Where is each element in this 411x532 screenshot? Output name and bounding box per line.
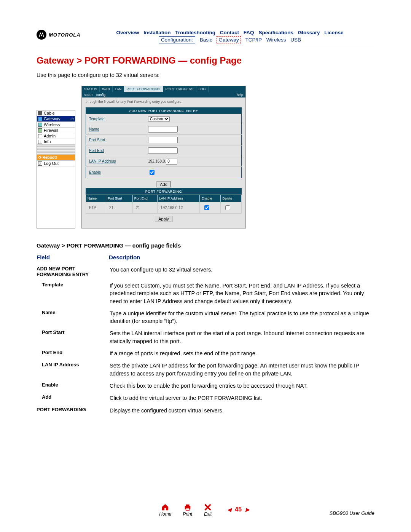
tab-portfwd[interactable]: PORT FORWARDING [124,86,163,92]
guide-label: SBG900 User Guide [329,510,374,516]
subnav-basic[interactable]: Basic [200,37,212,43]
nav-overview[interactable]: Overview [116,30,139,35]
subnav-configuration[interactable]: Configuration: [159,36,195,43]
pf-name: FTP [86,202,106,214]
menu-firewall[interactable]: Firewall [37,128,75,133]
pfcol-portend: Port End [132,195,157,202]
subtab-status[interactable]: status [84,93,93,97]
add-entry-header: ADD NEW PORT FORWARDING ENTRY [86,108,242,114]
panel-tabs: STATUS WAN LAN PORT FORWARDING PORT TRIG… [82,86,245,92]
page-number: 45 [235,506,242,513]
template-select[interactable]: Custom [148,116,170,122]
nav-glossary[interactable]: Glossary [298,30,320,35]
pf-enable-checkbox[interactable] [204,205,209,210]
port-forwarding-table: PORT FORWARDING Name Port Start Port End… [86,188,242,214]
header-divider [37,46,374,46]
panel-note: through the firewall for any Port Forwar… [86,100,242,104]
config-panel: STATUS WAN LAN PORT FORWARDING PORT TRIG… [81,86,246,228]
label-name: Name [86,124,145,135]
row-portstart-label: Port Start [37,327,110,347]
row-template-label: Template [37,280,110,307]
pfcol-name: Name [86,195,106,202]
menu-logout[interactable]: XLog Out [37,161,75,166]
top-nav: Overview Installation Troubleshooting Co… [85,30,374,35]
pf-header: PORT FORWARDING [86,189,242,195]
row-name-label: Name [37,307,110,328]
menu-gateway[interactable]: Gateway››› [37,116,75,122]
nav-faq[interactable]: FAQ [244,30,254,35]
portstart-input[interactable] [148,137,178,143]
subnav-usb[interactable]: USB [290,37,301,43]
nav-license[interactable]: License [324,30,343,35]
subnav-gateway[interactable]: Gateway [217,36,241,43]
row-portend-desc: If a range of ports is required, sets th… [110,347,374,359]
menu-reboot[interactable]: ⟳ Reboot! [37,155,75,161]
subnav-wireless[interactable]: Wireless [266,37,286,43]
row-add-desc: Click to add the virtual server to the P… [110,392,374,404]
pfcol-enable: Enable [200,195,221,202]
tab-wan[interactable]: WAN [100,86,113,92]
add-button[interactable]: Add [156,181,171,187]
home-button[interactable]: Home [159,503,171,517]
exit-icon [204,503,212,511]
menu-wireless[interactable]: Wireless [37,122,75,128]
fields-table: ADD NEW PORT FORWARDING ENTRYYou can con… [37,264,374,417]
label-portend: Port End [86,145,145,156]
brand-text: MOTOROLA [49,32,81,38]
next-page-button[interactable]: ▶ [243,506,252,513]
row-portstart-desc: Sets the LAN internal interface port or … [110,327,374,347]
brand-logo: MOTOROLA [37,30,82,40]
row-addnew-desc: You can configure up to 32 virtual serve… [110,264,374,280]
menu-spacer [37,145,75,155]
pfcol-lanip: LAN IP Address [157,195,200,202]
home-icon [161,503,169,511]
subnav-tcpip[interactable]: TCP/IP [245,37,262,43]
pf-portend: 21 [132,202,157,214]
tab-status[interactable]: STATUS [82,86,100,92]
side-menu: Cable Gateway››› Wireless Firewall Admin… [37,110,75,228]
enable-checkbox[interactable] [150,170,155,175]
nav-contact[interactable]: Contact [220,30,239,35]
nav-installation[interactable]: Installation [143,30,170,35]
screenshot-block: Cable Gateway››› Wireless Firewall Admin… [37,86,374,228]
menu-admin[interactable]: Admin [37,133,75,139]
intro-text: Use this page to configure up to 32 virt… [37,72,374,78]
menu-info[interactable]: iInfo [37,139,75,145]
nav-troubleshooting[interactable]: Troubleshooting [175,30,215,35]
nav-specifications[interactable]: Specifications [258,30,293,35]
row-template-desc: If you select Custom, you must set the N… [110,280,374,307]
lanip-prefix: 192.168.0. [148,159,166,163]
panel-subtabs: statusconfig help [82,92,245,97]
subtab-config[interactable]: config [96,93,105,97]
svg-rect-2 [186,508,189,511]
pfcol-delete: Delete [221,195,242,202]
row-enable-label: Enable [37,380,110,392]
sub-nav: Configuration: Basic Gateway TCP/IP Wire… [85,37,374,43]
row-addnew-label: ADD NEW PORT FORWARDING ENTRY [37,264,110,280]
tab-log[interactable]: LOG [196,86,209,92]
pf-delete-checkbox[interactable] [225,205,230,210]
print-icon [183,503,192,511]
col-description: Description [109,254,140,260]
apply-button[interactable]: Apply [155,216,172,222]
row-lanip-desc: Sets the private LAN IP address for the … [110,359,374,380]
exit-button[interactable]: Exit [204,503,212,517]
footer: Home Print Exit ◀ 45 ▶ SBG900 User Guide [37,503,374,517]
tab-porttriggers[interactable]: PORT TRIGGERS [163,86,196,92]
pfcol-portstart: Port Start [106,195,133,202]
name-input[interactable] [148,126,178,133]
lanip-input[interactable] [166,158,177,165]
header: MOTOROLA Overview Installation Troublesh… [37,30,374,43]
row-add-label: Add [37,392,110,404]
chevron-right-icon: ››› [70,117,74,121]
subtab-help[interactable]: help [237,93,243,97]
label-template: Template [86,114,145,124]
menu-cable[interactable]: Cable [37,110,75,116]
add-entry-form: ADD NEW PORT FORWARDING ENTRY Template C… [86,107,242,178]
tab-lan[interactable]: LAN [113,86,124,92]
pf-portstart: 21 [106,202,133,214]
portend-input[interactable] [148,147,178,154]
prev-page-button[interactable]: ◀ [225,506,234,513]
col-field: Field [37,254,101,260]
print-button[interactable]: Print [183,503,192,517]
